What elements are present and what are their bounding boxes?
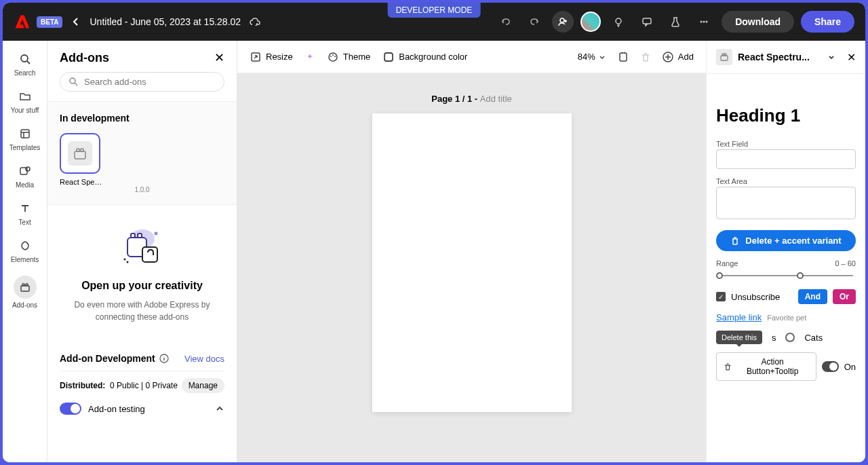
rail-addons[interactable]: Add-ons [3, 276, 47, 309]
svg-point-0 [560, 18, 564, 22]
svg-point-23 [126, 261, 128, 263]
svg-rect-12 [26, 284, 28, 286]
cats-radio[interactable] [785, 333, 795, 342]
addons-panel: Add-ons ✕ In development React Spectr...… [47, 41, 237, 462]
delete-tooltip: Delete this [716, 331, 762, 344]
adobe-logo-icon [14, 13, 31, 31]
sample-link[interactable]: Sample link [716, 312, 762, 322]
zoom-level[interactable]: 84% [578, 52, 606, 62]
addon-testing-toggle[interactable] [60, 403, 81, 415]
rail-elements[interactable]: Elements [3, 238, 47, 263]
download-button[interactable]: Download [722, 11, 794, 33]
addon-testing-label: Add-on testing [88, 404, 145, 414]
svg-rect-7 [21, 130, 29, 138]
addon-panel-title: React Spectru... [738, 52, 821, 62]
beta-badge: BETA [37, 16, 62, 28]
plus-circle-icon [662, 51, 674, 63]
info-icon[interactable] [159, 354, 169, 363]
manage-button[interactable]: Manage [182, 378, 224, 393]
add-page-button[interactable]: Add [662, 51, 694, 63]
creativity-desc: Do even more with Adobe Express by conne… [60, 299, 224, 323]
resize-tool[interactable]: Resize [250, 51, 293, 63]
svg-point-28 [332, 54, 334, 56]
redo-icon[interactable] [524, 11, 545, 33]
text-area-input[interactable] [716, 187, 856, 219]
favorite-label: Favorite pet [767, 314, 806, 322]
undo-icon[interactable] [495, 11, 517, 33]
addon-panel: React Spectru... ✕ Heading 1 Text Field … [706, 41, 865, 462]
creativity-title: Open up your creativity [60, 280, 224, 292]
addon-version: 1.0.0 [60, 186, 224, 193]
chevron-down-icon[interactable] [827, 52, 836, 62]
svg-rect-11 [22, 284, 24, 286]
svg-point-3 [701, 21, 703, 23]
trash-icon [730, 236, 740, 246]
range-slider[interactable] [716, 270, 856, 281]
chevron-up-icon[interactable] [215, 404, 224, 413]
more-icon[interactable] [693, 11, 715, 33]
svg-point-1 [616, 18, 621, 24]
rail-templates[interactable]: Templates [3, 126, 47, 151]
canvas-toolbar: Resize Theme Background color 84% Add [237, 41, 706, 73]
user-avatar[interactable] [580, 12, 601, 32]
view-docs-link[interactable]: View docs [184, 354, 224, 364]
svg-point-6 [21, 55, 28, 62]
or-pill[interactable]: Or [833, 289, 856, 304]
resize-icon [250, 51, 262, 63]
elements-icon [18, 238, 33, 253]
svg-point-26 [329, 53, 337, 61]
svg-rect-34 [722, 54, 724, 56]
pages-icon[interactable] [617, 51, 629, 63]
rail-search[interactable]: Search [3, 52, 47, 77]
svg-rect-35 [725, 54, 727, 56]
rail-media[interactable]: Media [3, 164, 47, 189]
svg-rect-10 [21, 286, 29, 291]
canvas-page[interactable] [372, 113, 572, 412]
media-icon [18, 164, 33, 179]
svg-rect-14 [75, 151, 85, 159]
and-pill[interactable]: And [798, 289, 827, 304]
page-label[interactable]: Page 1 / 1 - Add title [431, 94, 512, 104]
invite-icon[interactable] [552, 11, 574, 33]
svg-rect-33 [721, 56, 728, 60]
rail-your-stuff[interactable]: Your stuff [3, 89, 47, 114]
svg-point-5 [706, 21, 708, 23]
document-title[interactable]: Untitled - June 05, 2023 at 15.28.02 [90, 16, 241, 27]
rail-text[interactable]: Text [3, 201, 47, 226]
search-input[interactable] [84, 77, 216, 87]
text-icon [18, 201, 33, 216]
addons-icon [14, 276, 37, 299]
beaker-icon[interactable] [665, 11, 686, 33]
close-panel-icon[interactable]: ✕ [214, 50, 224, 65]
theme-icon [327, 51, 339, 63]
heading-1: Heading 1 [716, 105, 856, 126]
search-input-wrap[interactable] [60, 72, 224, 92]
delete-accent-button[interactable]: Delete + accent variant [716, 230, 856, 251]
comment-icon[interactable] [636, 11, 658, 33]
close-icon[interactable]: ✕ [847, 51, 856, 64]
unsubscribe-checkbox[interactable]: ✓ [716, 292, 726, 301]
bg-color-tool[interactable]: Background color [382, 51, 467, 63]
developer-mode-badge: DEVELOPER MODE [388, 3, 481, 18]
distributed-label: Distributed: 0 Public | 0 Private [60, 381, 178, 390]
action-tooltip-button[interactable]: Action Button+Tooltip [716, 352, 816, 381]
text-field-input[interactable] [716, 149, 856, 169]
cloud-sync-icon[interactable] [249, 15, 262, 29]
unsubscribe-label: Unsubscribe [731, 292, 793, 302]
back-arrow-icon[interactable] [71, 16, 81, 27]
trash-icon [724, 362, 732, 371]
templates-icon [18, 126, 33, 141]
range-label: Range [716, 259, 738, 267]
plugin-icon [73, 146, 87, 161]
theme-tool[interactable]: Theme [327, 51, 370, 63]
svg-point-13 [70, 78, 75, 83]
lightbulb-icon[interactable] [608, 11, 629, 33]
addon-card[interactable]: React Spectr... 1.0.0 [60, 133, 224, 193]
on-switch[interactable] [822, 361, 839, 372]
in-dev-heading: In development [60, 113, 224, 124]
share-button[interactable]: Share [801, 11, 854, 33]
top-header: DEVELOPER MODE BETA Untitled - June 05, … [3, 3, 865, 41]
magic-icon[interactable] [305, 52, 315, 62]
range-value: 0 – 60 [835, 259, 856, 267]
canvas-background[interactable]: Page 1 / 1 - Add title [237, 73, 706, 462]
